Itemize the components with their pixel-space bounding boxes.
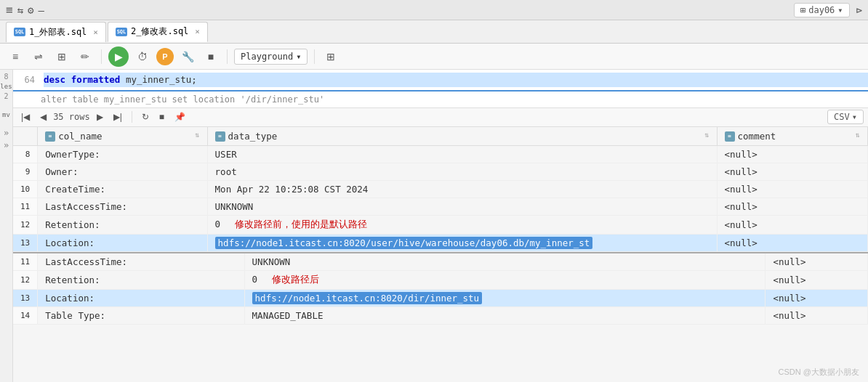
separator-1 [101,49,102,64]
split-icon-btn[interactable]: ⇌ [29,47,48,66]
table-row: 11LastAccessTime:UNKNOWN<null> [13,198,868,216]
settings-icon[interactable]: ⚙ [28,4,33,16]
table-row: 12Retention:0修改路径后<null> [13,271,868,290]
row-num-header [13,127,38,146]
bookmark-btn[interactable]: 📌 [171,110,189,123]
identifier-table: my_inner_stu; [126,74,197,85]
comment-cell: <null> [765,307,868,325]
comment-cell: <null> [765,290,868,307]
data-type-cell: UNKNOWN [207,198,717,216]
comment-cell: <null> [717,235,867,252]
table-row: 9Owner:root<null> [13,163,868,181]
upper-table-body: 8OwnerType:USER<null>9Owner:root<null>10… [13,146,868,252]
day06-label: day06 [808,5,835,15]
tab-modify-table[interactable]: SQL 2_修改表.sql × [108,22,208,42]
sort-icon-1[interactable]: ⇅ [196,131,200,139]
schedule-btn[interactable]: ⏱ [133,47,152,66]
row-num-cell: 8 [13,146,38,163]
lower-table-body: 11LastAccessTime:UNKNOWN<null>12Retentio… [13,253,868,325]
data-type-cell: MANAGED_TABLE [244,307,765,325]
col-name-cell: Retention: [38,216,207,235]
toolbar: ≡ ⇌ ⊞ ✏ ▶ ⏱ P 🔧 ■ Playground ▾ ⊞ [0,44,868,70]
annotation-text: 修改路径后 [272,275,319,285]
arrows-icon[interactable]: ⇆ [17,4,23,16]
sidebar-arrow-right[interactable]: » [4,128,9,138]
stop-results-btn[interactable]: ■ [156,110,168,123]
row-num-cell: 12 [13,216,38,235]
wrench-btn[interactable]: 🔧 [178,47,197,66]
line-numbers: 64 [13,73,41,87]
sidebar-num-2: 2 [4,92,8,100]
tab-bar: SQL 1_外部表.sql × SQL 2_修改表.sql × [0,20,868,44]
database-icon: ⊞ [800,5,805,15]
sidebar-letter-les: les [0,83,12,90]
chevron-down-icon: ▾ [296,52,301,62]
left-sidebar: 8 les 2 mv » » [0,70,13,382]
annotation-text: 修改路径前，使用的是默认路径 [235,219,367,229]
row-num-cell: 11 [13,198,38,216]
playground-dropdown[interactable]: Playground ▾ [234,49,308,65]
code-faded: alter table my_inner_stu set location '/… [41,93,324,106]
grid-btn[interactable]: ⊞ [321,47,340,66]
list-icon-btn[interactable]: ≡ [6,47,25,66]
refresh-btn[interactable]: ↻ [138,110,153,123]
col-name-cell: Table Type: [38,307,244,325]
tab-external-table[interactable]: SQL 1_外部表.sql × [6,22,106,42]
database-add-btn[interactable]: ⊞ [52,47,71,66]
code-content[interactable]: desc formatted my_inner_stu; [41,73,868,87]
sidebar-arrow-right2[interactable]: » [4,140,9,150]
comment-cell: <null> [765,271,868,290]
nav-last-btn[interactable]: ▶| [110,110,126,123]
data-table: ≡col_name ⇅ ≡data_type ⇅ ≡comment ⇅ [13,127,868,253]
minus-icon[interactable]: — [39,4,44,16]
chevron-down-icon: ▾ [837,5,843,15]
table-row: 10CreateTime:Mon Apr 22 10:25:08 CST 202… [13,181,868,198]
sort-icon-2[interactable]: ⇅ [705,131,710,139]
nav-prev-btn[interactable]: ◀ [36,110,50,123]
comment-cell: <null> [717,198,867,216]
run-btn[interactable]: ▶ [108,46,129,67]
table-row: 13Location:hdfs://node1.itcast.cn:8020/d… [13,290,868,307]
highlighted-value: hdfs://node1.itcast.cn:8020/user/hive/wa… [215,237,593,249]
col-name-cell: Location: [38,235,207,252]
sort-icon-3[interactable]: ⇅ [856,131,860,139]
results-container[interactable]: ≡col_name ⇅ ≡data_type ⇅ ≡comment ⇅ [13,127,868,382]
rows-info: 35 rows [53,112,90,122]
table-row: 8OwnerType:USER<null> [13,146,868,163]
content-area: 64 desc formatted my_inner_stu; alter ta… [13,70,868,382]
row-num-cell: 13 [13,235,38,252]
stop-btn[interactable]: ■ [201,47,220,66]
comment-cell: <null> [765,253,868,271]
csv-chevron: ▾ [852,112,857,122]
col-name-cell: OwnerType: [38,146,207,163]
data-type-cell: 0修改路径前，使用的是默认路径 [207,216,717,235]
separator-2 [227,49,228,64]
data-type-cell: hdfs://node1.itcast.cn:8020/dir/inner_st… [244,290,765,307]
sep [132,111,132,123]
data-type-cell: Mon Apr 22 10:25:08 CST 2024 [207,181,717,198]
row-num-cell: 13 [13,290,38,307]
row-num-cell: 10 [13,181,38,198]
data-type-cell: root [207,163,717,181]
sidebar-toggle-icon[interactable]: ⊳ [856,4,862,16]
next-code-line: alter table my_inner_stu set location '/… [13,92,868,107]
tab-label-1: 1_外部表.sql [29,26,87,38]
main-area: 8 les 2 mv » » 64 desc formatted my_inne… [0,70,868,382]
nav-next-btn[interactable]: ▶ [93,110,107,123]
sidebar-num-8: 8 [4,73,8,81]
sql-icon-2: SQL [116,28,127,36]
lower-data-table: 11LastAccessTime:UNKNOWN<null>12Retentio… [13,253,868,325]
day06-btn[interactable]: ⊞ day06 ▾ [794,3,850,17]
csv-export-btn[interactable]: CSV ▾ [827,110,864,124]
tab-close-2[interactable]: × [195,27,200,36]
col-name-cell: CreateTime: [38,181,207,198]
comment-header: ≡comment ⇅ [717,127,867,146]
code-block: 64 desc formatted my_inner_stu; [13,70,868,92]
tab-close-1[interactable]: × [93,28,98,37]
profile-btn[interactable]: P [156,48,174,65]
comment-cell: <null> [717,146,867,163]
edit-btn[interactable]: ✏ [76,47,95,66]
menu-icon[interactable]: ≡ [6,3,13,17]
data-type-cell: 0修改路径后 [244,271,765,290]
nav-first-btn[interactable]: |◀ [17,110,33,123]
